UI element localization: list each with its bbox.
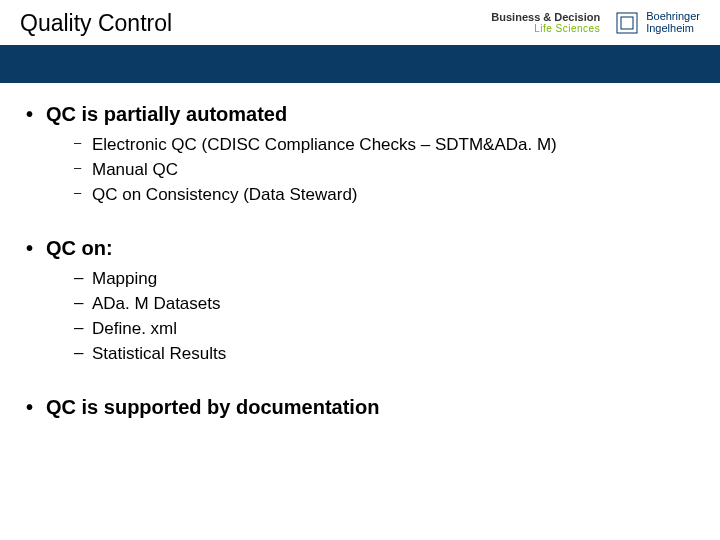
content-area: QC is partially automated Electronic QC …	[0, 83, 720, 419]
bullet-text: QC on:	[46, 237, 113, 259]
bullet-text: QC is supported by documentation	[46, 396, 379, 418]
sub-item: ADa. M Datasets	[74, 293, 696, 316]
sub-item: Manual QC	[74, 159, 696, 182]
sub-list: Electronic QC (CDISC Compliance Checks –…	[46, 134, 696, 207]
bullet-item: QC is partially automated Electronic QC …	[24, 103, 696, 207]
logo-cluster: Business & Decision Life Sciences Boehri…	[491, 10, 700, 36]
svg-rect-1	[621, 17, 633, 29]
header: Quality Control Business & Decision Life…	[0, 0, 720, 45]
logo-bd-line2: Life Sciences	[491, 24, 600, 35]
sub-item: QC on Consistency (Data Steward)	[74, 184, 696, 207]
sub-item: Statistical Results	[74, 343, 696, 366]
divider-bar	[0, 45, 720, 83]
sub-item: Mapping	[74, 268, 696, 291]
bullet-list: QC is partially automated Electronic QC …	[24, 103, 696, 207]
sub-item: Electronic QC (CDISC Compliance Checks –…	[74, 134, 696, 157]
logo-bi-line2: Ingelheim	[646, 23, 700, 35]
bullet-list: QC on: Mapping ADa. M Datasets Define. x…	[24, 237, 696, 366]
bullet-list: QC is supported by documentation	[24, 396, 696, 419]
boehringer-logo: Boehringer Ingelheim	[614, 10, 700, 36]
svg-rect-0	[617, 13, 637, 33]
boehringer-icon	[614, 10, 640, 36]
logo-bi-text: Boehringer Ingelheim	[646, 11, 700, 34]
bullet-item: QC on: Mapping ADa. M Datasets Define. x…	[24, 237, 696, 366]
bullet-item: QC is supported by documentation	[24, 396, 696, 419]
sub-list: Mapping ADa. M Datasets Define. xml Stat…	[46, 268, 696, 366]
logo-bd-line1: Business & Decision	[491, 12, 600, 24]
bullet-text: QC is partially automated	[46, 103, 287, 125]
slide-title: Quality Control	[20, 10, 172, 37]
business-decision-logo: Business & Decision Life Sciences	[491, 12, 600, 34]
slide: Quality Control Business & Decision Life…	[0, 0, 720, 540]
sub-item: Define. xml	[74, 318, 696, 341]
